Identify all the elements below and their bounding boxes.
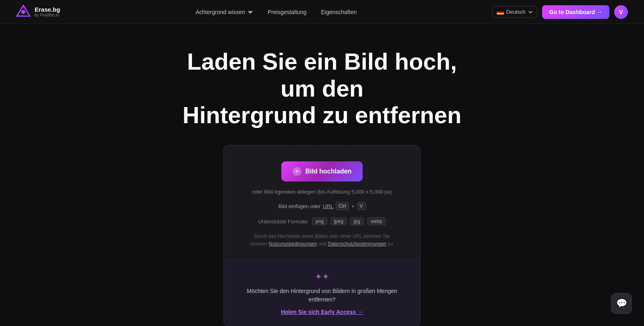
logo-title: Erase.bg — [35, 6, 60, 13]
flag-de-icon — [497, 10, 504, 14]
main-content: Laden Sie ein Bild hoch, um den Hintergr… — [0, 24, 644, 326]
kbd-v: V — [357, 202, 366, 210]
support-icon: 💬 — [616, 298, 627, 309]
upload-container: + Bild hochladen oder Bild irgendwo able… — [223, 145, 421, 326]
format-jpg: jpg — [350, 217, 364, 225]
bulk-early-access-link[interactable]: Holen Sie sich Early Access → — [281, 309, 363, 315]
upload-top: + Bild hochladen oder Bild irgendwo able… — [224, 145, 420, 260]
format-webp: webp — [367, 217, 386, 225]
hero-title: Laden Sie ein Bild hoch, um den Hintergr… — [181, 48, 463, 129]
format-jpeg: jpeg — [330, 217, 347, 225]
dashboard-button[interactable]: Go to Dashboard → — [542, 5, 609, 19]
logo-icon — [16, 5, 31, 19]
terms-text: Durch das Hochladen eines Bildes oder ei… — [250, 233, 394, 248]
bulk-icon: ✦✦ — [315, 272, 329, 282]
support-button[interactable]: 💬 — [611, 293, 632, 314]
upload-button[interactable]: + Bild hochladen — [281, 161, 363, 182]
format-png: png — [312, 217, 327, 225]
plus-icon: + — [293, 167, 301, 176]
avatar[interactable]: V — [614, 5, 628, 19]
kbd-ctrl: Ctrl — [336, 202, 349, 210]
lang-chevron-icon — [528, 10, 533, 14]
bulk-text: Möchten Sie den Hintergrund von Bildern … — [236, 287, 408, 304]
formats-row: Unterstützte Formate: png jpeg jpg webp — [258, 217, 386, 225]
terms-datenschutz-link[interactable]: Datenschutzbestimmungen — [328, 241, 386, 247]
nav-item-preisgestaltung[interactable]: Preisgestaltung — [268, 9, 307, 15]
bulk-section: ✦✦ Möchten Sie den Hintergrund von Bilde… — [224, 260, 420, 326]
navbar: Erase.bg by PixelBin.io Achtergrond wiss… — [0, 0, 644, 24]
nav-links: Achtergrond wissen Preisgestaltung Eigen… — [196, 9, 357, 15]
logo-text: Erase.bg by PixelBin.io — [35, 6, 60, 18]
nav-right: Deutsch Go to Dashboard → V — [492, 5, 628, 19]
paste-row: Bild einfügen oder URL Ctrl + V — [278, 202, 365, 210]
chevron-down-icon — [248, 9, 253, 15]
drop-hint: oder Bild irgendwo ablegen (bis Auflösun… — [252, 189, 392, 195]
logo-subtitle: by PixelBin.io — [35, 13, 60, 17]
terms-nutzung-link[interactable]: Nutzungsbedingungen — [269, 241, 317, 247]
url-link[interactable]: URL — [323, 203, 333, 209]
nav-item-eigenschaften[interactable]: Eigenschaften — [321, 9, 357, 15]
svg-point-1 — [21, 10, 25, 14]
logo[interactable]: Erase.bg by PixelBin.io — [16, 5, 60, 19]
nav-item-achtergrond[interactable]: Achtergrond wissen — [196, 9, 253, 15]
language-selector[interactable]: Deutsch — [492, 6, 537, 18]
